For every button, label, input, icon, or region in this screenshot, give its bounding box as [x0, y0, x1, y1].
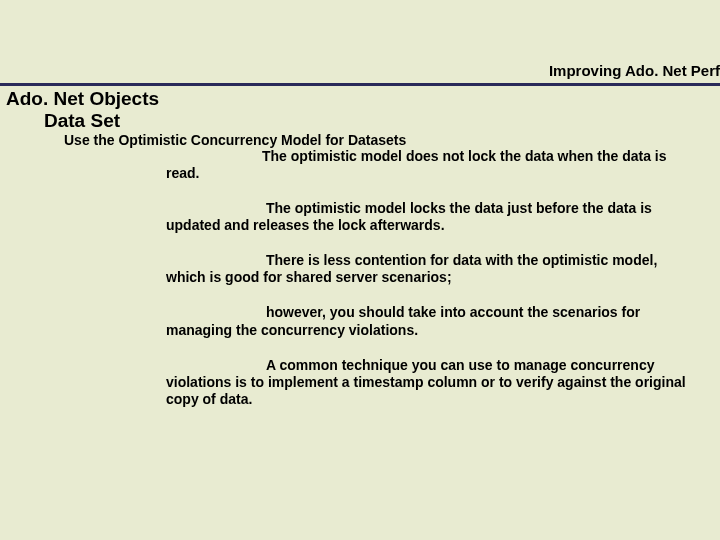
- title-line-2: Data Set: [6, 110, 720, 132]
- title-block: Ado. Net Objects Data Set: [0, 86, 720, 132]
- sub-heading: Use the Optimistic Concurrency Model for…: [0, 132, 720, 148]
- title-line-1: Ado. Net Objects: [6, 88, 720, 110]
- paragraph-2: The optimistic model locks the data just…: [166, 200, 686, 234]
- paragraph-3: There is less contention for data with t…: [166, 252, 686, 286]
- paragraph-1: The optimistic model does not lock the d…: [166, 148, 686, 182]
- content-body: The optimistic model does not lock the d…: [0, 148, 720, 408]
- paragraph-5: A common technique you can use to manage…: [166, 357, 686, 408]
- paragraph-4: however, you should take into account th…: [166, 304, 686, 338]
- header-right-title: Improving Ado. Net Perf: [0, 0, 720, 83]
